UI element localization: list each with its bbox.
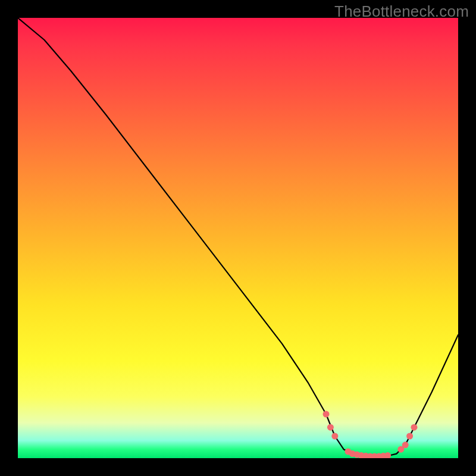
chart-frame: TheBottleneck.com	[0, 0, 476, 476]
bottleneck-curve-path	[18, 18, 458, 456]
curve-marker	[323, 411, 330, 418]
curve-marker	[331, 433, 338, 440]
curve-marker	[327, 424, 334, 431]
curve-marker	[384, 452, 391, 458]
marker-group	[323, 411, 418, 459]
bottleneck-curve-svg	[18, 18, 458, 458]
watermark-text: TheBottleneck.com	[334, 2, 469, 21]
curve-marker	[406, 433, 413, 440]
plot-area	[18, 18, 458, 458]
curve-marker	[402, 441, 409, 448]
curve-marker	[411, 424, 418, 431]
